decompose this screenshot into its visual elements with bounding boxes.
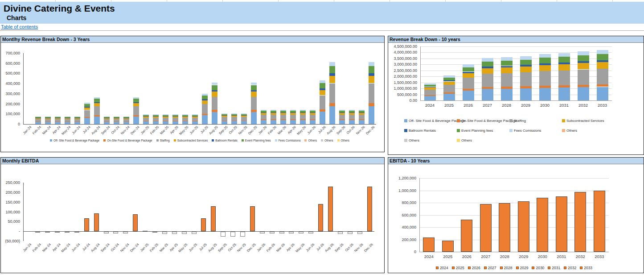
bar — [152, 232, 157, 233]
bar-segment — [520, 67, 532, 72]
x-axis-label: Nov-25 — [238, 125, 248, 135]
legend-swatch-icon — [516, 267, 519, 269]
x-axis-label: 2031 — [554, 103, 574, 108]
bar — [308, 232, 313, 233]
bar-segment — [172, 116, 178, 117]
bar-segment — [320, 80, 325, 83]
bar-segment — [202, 114, 208, 115]
x-axis-label: Jan-26 — [258, 125, 268, 135]
legend-item: 2025 — [452, 266, 464, 270]
x-axis-label: Sep-25 — [218, 125, 228, 135]
y-tick-label: 100,000 — [1, 112, 20, 116]
x-axis-label: May-26 — [296, 125, 307, 136]
bar-segment — [123, 121, 129, 122]
bar-segment — [539, 88, 551, 100]
bar-segment — [251, 90, 257, 92]
bar-segment — [55, 119, 61, 122]
bar-segment — [463, 73, 474, 78]
x-axis-label: Mar-24 — [41, 125, 52, 135]
x-axis-label: Oct-26 — [344, 242, 354, 252]
legend-label: Subcontracted Services — [177, 139, 208, 142]
bar-segment — [202, 104, 208, 114]
bar-segment — [349, 113, 355, 115]
legend-swatch-icon — [580, 267, 582, 269]
y-axis-line — [23, 53, 24, 124]
legend-item: 2030 — [532, 266, 544, 270]
x-axis-label: Aug-25 — [208, 125, 218, 135]
bar-segment — [261, 110, 267, 111]
x-axis-label: Nov-24 — [120, 125, 130, 135]
x-axis-label: Sep-26 — [334, 242, 344, 253]
bar-segment — [300, 119, 306, 120]
bar-segment — [182, 121, 188, 121]
y-tick-label: 800,000 — [388, 200, 416, 205]
bar-segment — [55, 121, 61, 122]
bar-segment — [212, 90, 217, 92]
bar-segment — [349, 111, 355, 112]
bar-segment — [45, 118, 51, 118]
bar-segment — [114, 118, 119, 119]
bar-segment — [320, 109, 325, 112]
x-axis-label: Mar-24 — [41, 242, 52, 253]
bar-segment — [182, 115, 188, 117]
legend-label: 2025 — [456, 266, 464, 270]
x-axis-label: May-25 — [178, 125, 189, 136]
bar-segment — [482, 89, 493, 100]
bar — [230, 232, 235, 237]
legend-label: Others — [324, 139, 333, 142]
bar — [357, 232, 362, 233]
bar-segment — [55, 118, 61, 119]
bar-segment — [271, 113, 276, 115]
table-of-contents-link[interactable]: Table of contents — [1, 24, 38, 29]
x-axis-label: Jan-24 — [22, 242, 33, 253]
bar-segment — [369, 73, 374, 76]
legend-label: On-Site Food & Beverage Package — [107, 139, 152, 142]
x-axis-label: May-25 — [178, 242, 189, 253]
bar-segment — [300, 111, 306, 112]
bar-segment — [300, 110, 306, 111]
bar-segment — [143, 121, 149, 121]
bar-segment — [74, 118, 80, 119]
bar-segment — [539, 58, 551, 63]
x-axis-label: Aug-26 — [324, 242, 334, 253]
y-tick-label: 500,000.00 — [388, 92, 417, 97]
legend-swatch-icon — [50, 139, 52, 142]
bar-segment — [424, 96, 436, 100]
x-axis-line — [23, 124, 376, 125]
bar-segment — [192, 115, 198, 117]
toc-row: Table of contents — [0, 24, 644, 31]
revenue-10y-chart[interactable]: 4,500,000.004,000,000.003,500,000.003,00… — [388, 43, 644, 154]
bar-segment — [339, 115, 345, 119]
x-axis-label: Nov-26 — [355, 125, 365, 135]
bar-segment — [539, 71, 551, 85]
bar — [65, 232, 70, 233]
bar-segment — [597, 50, 608, 54]
bar-segment — [212, 97, 217, 110]
bar-segment — [463, 89, 474, 91]
legend-swatch-icon — [337, 139, 340, 142]
x-axis-label: Jun-24 — [71, 125, 82, 135]
bar-segment — [182, 117, 188, 118]
monthly-revenue-chart[interactable]: 700,000600,000500,000400,000300,000200,0… — [1, 43, 384, 152]
x-axis-label: Mar-25 — [159, 125, 169, 135]
bar-segment — [84, 108, 90, 110]
y-tick-label: - — [1, 229, 20, 233]
bar-segment — [501, 57, 513, 61]
bar-segment — [339, 120, 345, 124]
bar-segment — [310, 111, 316, 112]
bar-segment — [329, 83, 335, 103]
x-axis-label: Oct-25 — [228, 125, 238, 135]
legend-swatch-icon — [404, 129, 407, 132]
x-axis-label: Aug-24 — [90, 125, 101, 135]
bar-segment — [359, 110, 365, 111]
y-axis-line — [420, 46, 421, 100]
bar-segment — [369, 62, 374, 66]
bar-segment — [163, 118, 168, 121]
bar-segment — [597, 87, 608, 101]
bar-segment — [310, 110, 316, 111]
bar-segment — [65, 118, 70, 118]
bar-segment — [104, 117, 110, 118]
legend-swatch-icon — [321, 139, 323, 142]
ebitda-10y-chart[interactable]: 1,200,0001,000,000800,000600,000400,0002… — [388, 164, 644, 273]
monthly-ebitda-chart[interactable]: 250,000200,000150,000100,00050,000-(50,0… — [1, 164, 384, 273]
